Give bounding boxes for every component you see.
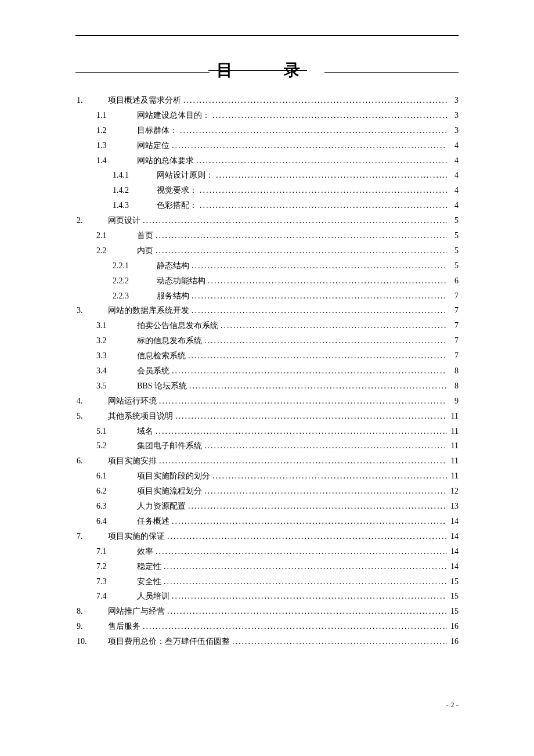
toc-leader-dots (202, 333, 447, 348)
toc-entry-label: 项目概述及需求分析 (108, 93, 181, 108)
toc-entry: 1.4.3色彩搭配：4 (75, 198, 459, 213)
toc-entry-page: 16 (447, 634, 459, 649)
toc-entry: 3.1拍卖公告信息发布系统7 (75, 318, 459, 333)
toc-leader-dots (210, 469, 447, 484)
toc-entry-page: 7 (447, 318, 459, 333)
toc-entry-number: 2.2.2 (113, 273, 157, 289)
toc-entry-page: 3 (447, 123, 459, 138)
toc-entry-label: 内页 (137, 243, 153, 258)
toc-entry-page: 7 (447, 303, 459, 318)
toc-entry-page: 9 (447, 394, 459, 409)
toc-leader-dots (165, 529, 447, 544)
toc-heading: 目 录 (214, 59, 320, 81)
toc-leader-dots (161, 574, 447, 589)
toc-entry-page: 8 (447, 363, 459, 379)
toc-entry-number: 6. (75, 453, 108, 469)
toc-entry-label: 售后服务 (108, 619, 140, 634)
toc-leader-dots (202, 484, 447, 499)
toc-entry-number: 2.2.3 (113, 289, 157, 304)
toc-entry-number: 2. (75, 213, 108, 228)
toc-entry-number: 1.4.1 (113, 168, 157, 183)
toc-entry-page: 15 (447, 574, 459, 589)
toc-entry: 7.项目实施的保证14 (75, 529, 459, 544)
document-page: 目 录 1.项目概述及需求分析31.1网站建设总体目的：31.2目标群体：31.… (0, 0, 534, 756)
toc-entry-label: 项目实施流程划分 (137, 484, 202, 499)
toc-leader-dots (153, 228, 447, 243)
toc-entry: 1.2目标群体：3 (75, 123, 459, 138)
toc-entry: 1.3网站定位4 (75, 138, 459, 153)
toc-entry-page: 4 (447, 168, 459, 183)
toc-entry: 4.网站运行环境9 (75, 394, 459, 409)
toc-entry-number: 1.1 (96, 108, 137, 123)
toc-entry-number: 5. (75, 409, 108, 424)
toc-entry-number: 9. (75, 619, 108, 634)
toc-entry-label: 其他系统项目说明 (108, 409, 173, 424)
toc-entry-page: 11 (447, 409, 459, 424)
toc-leader-dots (169, 363, 447, 379)
toc-entry: 7.4人员培训15 (75, 589, 459, 604)
toc-leader-dots (173, 409, 447, 424)
toc-leader-dots (181, 93, 447, 108)
toc-entry-page: 5 (447, 228, 459, 243)
toc-entry-label: 网站定位 (137, 138, 169, 153)
toc-entry-page: 4 (447, 183, 459, 198)
toc-entry-page: 11 (447, 453, 459, 469)
toc-entry-number: 3. (75, 303, 108, 318)
toc-entry-page: 4 (447, 198, 459, 213)
toc-entry: 1.1网站建设总体目的：3 (75, 108, 459, 123)
toc-entry: 2.2.1静态结构5 (75, 258, 459, 273)
toc-leader-dots (218, 318, 447, 333)
toc-entry-label: 项目实施阶段的划分 (137, 469, 210, 484)
toc-entry-label: 效率 (137, 544, 153, 559)
toc-entry-number: 1.4.2 (113, 183, 157, 198)
toc-leader-dots (153, 544, 447, 559)
toc-entry: 5.2集团电子邮件系统11 (75, 438, 459, 453)
heading-rule-right (324, 72, 459, 73)
page-number-footer: - 2 - (446, 700, 459, 710)
toc-entry-page: 4 (447, 138, 459, 153)
toc-entry-label: 动态功能结构 (157, 273, 205, 289)
toc-entry-number: 2.2.1 (113, 258, 157, 273)
toc-entry: 6.2项目实施流程划分12 (75, 484, 459, 499)
toc-leader-dots (157, 394, 447, 409)
toc-entry-number: 6.4 (96, 514, 137, 529)
toc-entry-label: 网站设计原则： (157, 168, 214, 183)
heading-rule-left (75, 72, 210, 73)
toc-entry: 6.项目实施安排11 (75, 453, 459, 469)
toc-entry: 5.其他系统项目说明11 (75, 409, 459, 424)
toc-entry-number: 10. (75, 634, 108, 649)
toc-entry: 1.4.1网站设计原则：4 (75, 168, 459, 183)
toc-leader-dots (230, 634, 447, 649)
toc-entry-label: 项目实施安排 (108, 453, 157, 469)
toc-entry-label: 服务结构 (157, 289, 189, 304)
table-of-contents: 1.项目概述及需求分析31.1网站建设总体目的：31.2目标群体：31.3网站定… (75, 93, 459, 649)
toc-entry-page: 11 (447, 424, 459, 439)
toc-entry-label: 域名 (137, 424, 153, 439)
toc-leader-dots (169, 589, 447, 604)
toc-entry-page: 14 (447, 529, 459, 544)
toc-leader-dots (186, 348, 447, 363)
toc-entry-number: 3.5 (96, 379, 137, 394)
toc-entry-number: 1. (75, 93, 108, 108)
toc-entry-label: 人力资源配置 (137, 499, 186, 514)
toc-entry-number: 2.1 (96, 228, 137, 243)
toc-entry-number: 3.4 (96, 363, 137, 379)
toc-leader-dots (214, 168, 447, 183)
toc-entry-label: 目标群体： (137, 123, 178, 138)
toc-leader-dots (157, 453, 447, 469)
toc-leader-dots (197, 183, 447, 198)
toc-entry: 5.1域名11 (75, 424, 459, 439)
toc-entry: 3.4会员系统8 (75, 363, 459, 379)
toc-entry-number: 6.1 (96, 469, 137, 484)
toc-entry: 2.2.3服务结构7 (75, 289, 459, 304)
top-horizontal-rule (75, 35, 459, 36)
toc-leader-dots (205, 273, 447, 289)
toc-leader-dots (202, 438, 447, 453)
toc-entry-label: 网页设计 (108, 213, 140, 228)
toc-entry-label: 网站的数据库系统开发 (108, 303, 189, 318)
toc-leader-dots (161, 559, 447, 574)
toc-entry-label: 网站的总体要求 (137, 153, 194, 168)
toc-entry-page: 7 (447, 348, 459, 363)
toc-leader-dots (140, 213, 447, 228)
toc-entry: 1.4网站的总体要求4 (75, 153, 459, 168)
